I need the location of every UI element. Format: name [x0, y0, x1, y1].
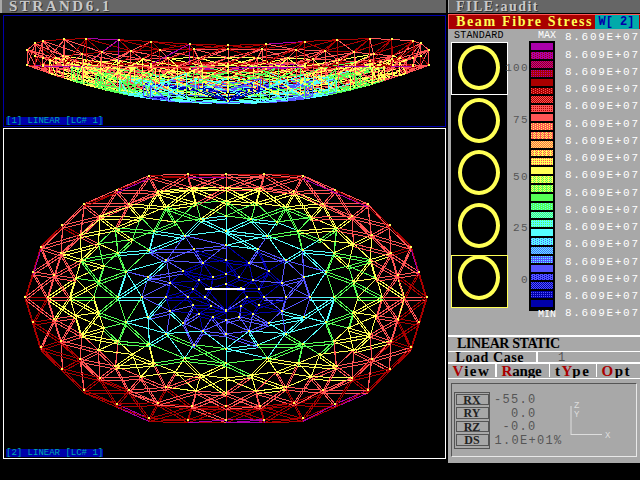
svg-text:X: X: [605, 431, 611, 441]
svg-text:Y: Y: [574, 410, 580, 420]
